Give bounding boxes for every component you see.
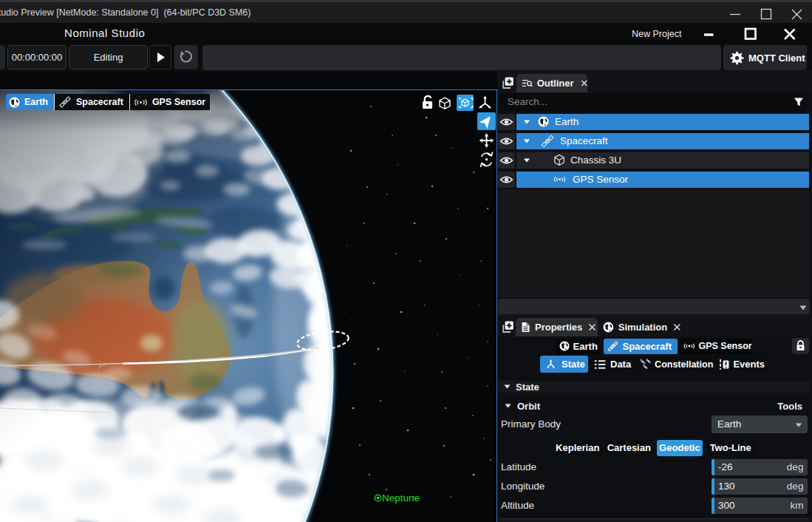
svg-text:Neptune: Neptune xyxy=(382,492,420,504)
